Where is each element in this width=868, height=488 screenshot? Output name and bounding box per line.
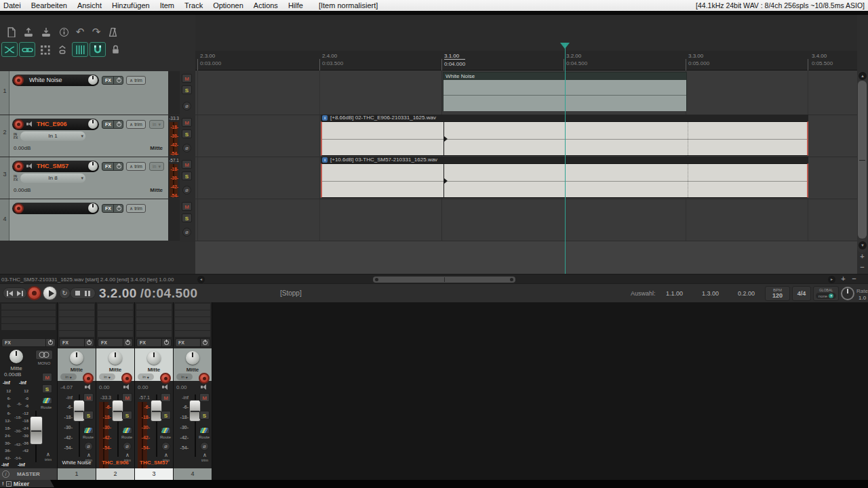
- global-automation-mode[interactable]: none▾: [816, 293, 836, 299]
- record-arm-button[interactable]: [160, 373, 171, 384]
- go-to-start-button[interactable]: [7, 291, 13, 296]
- volume-readout[interactable]: -4.07: [60, 384, 73, 390]
- scroll-up-button[interactable]: ▲: [859, 72, 867, 80]
- selection-end[interactable]: 1.3.00: [702, 290, 719, 297]
- input-button[interactable]: in▾: [60, 373, 77, 380]
- track-name[interactable]: [12, 203, 99, 214]
- fx-slot-list[interactable]: [59, 304, 94, 337]
- volume-knob[interactable]: [88, 119, 98, 129]
- record-input-button[interactable]: in▾: [149, 162, 164, 171]
- global-automation-box[interactable]: GLOBAL none▾: [813, 286, 839, 301]
- track-panel-3[interactable]: 3 THC_SM57 FX ∧trim in▾ IN FX In 8▾ 0.00…: [0, 157, 195, 199]
- fx-slot-list[interactable]: [1, 304, 56, 330]
- scroll-right-button[interactable]: ▸: [828, 276, 835, 283]
- track-name[interactable]: THC_SM57: [12, 161, 99, 172]
- item-info-badge[interactable]: i: [322, 115, 328, 121]
- monitor-speaker-icon[interactable]: [26, 121, 33, 127]
- lock-toggle[interactable]: [107, 42, 123, 57]
- save-project-button[interactable]: [38, 24, 54, 39]
- monitor-speaker-icon[interactable]: [85, 384, 91, 390]
- fx-slot-list[interactable]: [175, 304, 210, 337]
- volume-readout[interactable]: 0.00: [99, 384, 110, 390]
- mixer-strip-1[interactable]: FX Mitte in▾ -4.07 -inf-6- -18- -30- -42…: [58, 302, 96, 468]
- trim-envelope-button[interactable]: ∧trim: [126, 120, 146, 129]
- track-panel-body[interactable]: THC_E906 FX ∧trim in▾ IN FX In 1▾ 0.00dB…: [9, 115, 168, 157]
- fx-button[interactable]: FX: [102, 204, 123, 213]
- phase-button[interactable]: ø: [161, 442, 170, 451]
- item-info-badge[interactable]: i: [322, 157, 328, 163]
- monitor-speaker-icon[interactable]: [26, 163, 33, 169]
- mute-button[interactable]: M: [122, 393, 132, 402]
- close-window-icon[interactable]: ✕: [6, 481, 12, 487]
- pan-knob[interactable]: [147, 351, 161, 365]
- ripple-edit-toggle[interactable]: [54, 42, 71, 57]
- solo-button[interactable]: S: [42, 384, 52, 393]
- transport-time-display[interactable]: 3.2.00/0:04.500: [99, 286, 198, 301]
- input-button[interactable]: in▾: [99, 373, 115, 380]
- mixer-docker-tab[interactable]: ! ✕ Mixer: [0, 480, 50, 487]
- record-arm-button[interactable]: [199, 373, 210, 384]
- pan-readout[interactable]: Mitte: [174, 367, 212, 373]
- pan-readout[interactable]: Mitte: [96, 367, 134, 373]
- route-button[interactable]: [199, 427, 210, 434]
- mute-button[interactable]: M: [182, 118, 192, 127]
- rate-value[interactable]: 1.0: [859, 295, 866, 301]
- pan-readout[interactable]: Mitte: [58, 367, 96, 373]
- fx-button[interactable]: FX: [102, 162, 123, 171]
- mute-button[interactable]: M: [161, 393, 171, 402]
- mixer-strip-2[interactable]: FX Mitte in▾ 0.00 -33.3-6- -18- -30- -42…: [96, 302, 135, 468]
- snap-toggle[interactable]: [90, 42, 106, 57]
- trim-envelope-button[interactable]: ∧trim: [199, 452, 211, 463]
- route-button[interactable]: [122, 427, 132, 434]
- solo-button[interactable]: S: [182, 85, 192, 94]
- fx-button[interactable]: FX: [59, 338, 94, 347]
- input-selector[interactable]: In 1▾: [20, 131, 85, 141]
- mute-button[interactable]: M: [199, 393, 210, 402]
- mixer-strip-3[interactable]: FX Mitte in▾ 0.00 -57.1-6- -18- -30- -42…: [135, 302, 174, 468]
- menu-item-hilfe[interactable]: Hilfe: [288, 1, 303, 9]
- selection-length[interactable]: 0.2.00: [738, 290, 755, 297]
- solo-button[interactable]: S: [122, 411, 132, 420]
- repeat-button[interactable]: ↻: [59, 287, 71, 299]
- bpm-box[interactable]: BPM120: [765, 286, 790, 301]
- solo-button[interactable]: S: [161, 411, 171, 420]
- auto-crossfade-toggle[interactable]: [1, 42, 18, 57]
- input-button[interactable]: in▾: [176, 373, 193, 380]
- track-name[interactable]: THC_E906: [12, 119, 99, 130]
- pause-button[interactable]: [85, 291, 90, 296]
- monitor-speaker-icon[interactable]: [123, 384, 130, 390]
- fx-slot-list[interactable]: [136, 304, 172, 337]
- pan-readout[interactable]: Mitte: [150, 187, 163, 193]
- track-number-strip[interactable]: 3: [0, 157, 9, 199]
- fx-button[interactable]: FX: [102, 76, 123, 85]
- mixer-tab-1[interactable]: 1: [58, 468, 96, 480]
- undo-button[interactable]: ↶: [72, 24, 88, 39]
- master-gain-readout[interactable]: 0.00dB: [4, 371, 21, 378]
- fx-button[interactable]: FX: [98, 338, 133, 347]
- phase-button[interactable]: ø: [200, 442, 209, 451]
- fx-button[interactable]: FX: [136, 338, 172, 347]
- mute-button[interactable]: M: [83, 393, 94, 402]
- go-to-end-button[interactable]: [17, 291, 23, 296]
- record-arm-button[interactable]: [14, 75, 24, 85]
- item-grouping-toggle[interactable]: [19, 42, 35, 57]
- trim-envelope-button[interactable]: ∧trim: [126, 204, 146, 213]
- fx-slot-list[interactable]: [98, 304, 133, 337]
- trim-envelope-button[interactable]: ∧trim: [42, 451, 54, 462]
- track-number-strip[interactable]: 1: [0, 71, 9, 115]
- route-button[interactable]: [161, 427, 171, 434]
- menu-item-optionen[interactable]: Optionen: [213, 1, 243, 9]
- horizontal-scrollbar-thumb[interactable]: [373, 277, 515, 283]
- menu-item-actions[interactable]: Actions: [254, 1, 278, 9]
- channel-name[interactable]: White Noise: [58, 460, 96, 466]
- track-number-strip[interactable]: 2: [0, 115, 9, 157]
- mixer-tab-3[interactable]: 3: [135, 468, 174, 480]
- fx-power-icon[interactable]: [87, 340, 92, 345]
- solo-button[interactable]: S: [182, 129, 192, 138]
- scroll-left-button[interactable]: ◂: [197, 276, 205, 283]
- route-button[interactable]: [83, 427, 94, 434]
- route-button[interactable]: [42, 397, 52, 404]
- channel-name[interactable]: THC_E906: [96, 460, 134, 466]
- pan-readout[interactable]: Mitte: [1, 365, 31, 371]
- mute-button[interactable]: M: [182, 74, 192, 83]
